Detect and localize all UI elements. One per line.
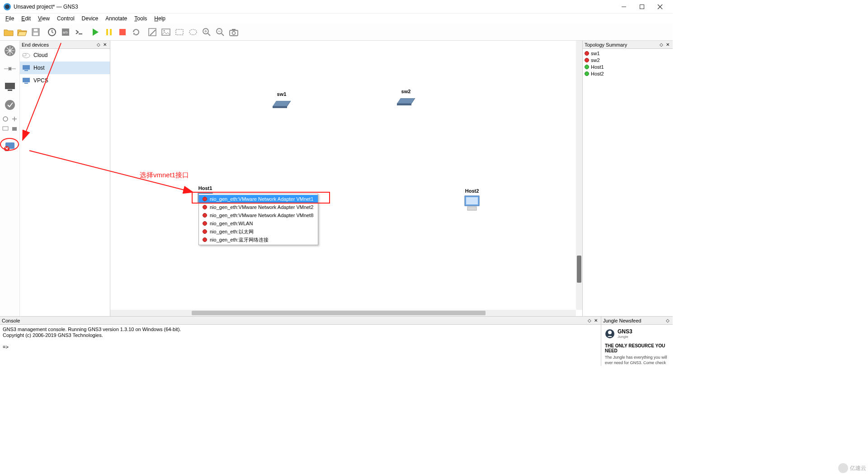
svg-rect-50	[467, 207, 476, 210]
device-item-vpcs[interactable]: VPCS	[20, 74, 110, 87]
draw-rectangle-button[interactable]	[173, 25, 186, 39]
menu-annotate[interactable]: Annotate	[102, 14, 131, 23]
device-label: Host	[33, 65, 45, 71]
ctx-item-bluetooth[interactable]: nio_gen_eth:蓝牙网络连接	[199, 236, 318, 244]
reload-all-button[interactable]	[129, 25, 143, 39]
insert-image-button[interactable]	[159, 25, 173, 39]
status-dot-icon	[585, 58, 589, 62]
status-dot-icon	[203, 221, 207, 226]
zoom-out-button[interactable]	[213, 25, 227, 39]
all-devices-2-button[interactable]	[10, 115, 19, 123]
node-sw1[interactable]: sw1	[271, 91, 292, 109]
jungle-brand-sub: Jungle	[618, 335, 632, 339]
scrollbar-thumb[interactable]	[577, 256, 581, 283]
node-label: Host1	[198, 185, 212, 191]
status-dot-icon	[203, 237, 207, 242]
jungle-logo: GNS3 Jungle	[605, 328, 669, 339]
menu-control[interactable]: Control	[53, 14, 78, 23]
svg-rect-40	[24, 70, 28, 71]
menu-tools[interactable]: Tools	[131, 14, 151, 23]
svg-point-31	[5, 100, 15, 110]
all-devices-3-button[interactable]	[1, 125, 9, 133]
node-label: Host2	[465, 188, 479, 194]
snapshot-button[interactable]	[45, 25, 59, 39]
ctx-item-vmnet2[interactable]: nio_gen_eth:VMware Network Adapter VMnet…	[199, 203, 318, 211]
switches-category-button[interactable]	[2, 61, 18, 77]
svg-rect-41	[23, 78, 30, 82]
start-all-button[interactable]	[89, 25, 102, 39]
open-project-button[interactable]	[15, 25, 29, 39]
security-devices-category-button[interactable]	[2, 97, 18, 113]
add-link-button[interactable]	[1, 139, 19, 153]
svg-rect-34	[12, 127, 17, 131]
topology-item-host1[interactable]: Host1	[585, 63, 671, 70]
ctx-label: nio_gen_eth:以太网	[210, 228, 254, 235]
topology-panel: Topology Summary ◇ ✕ sw1 sw2 Host1 Host2	[582, 41, 673, 316]
add-note-button[interactable]	[146, 25, 159, 39]
draw-ellipse-button[interactable]	[186, 25, 200, 39]
topology-list: sw1 sw2 Host1 Host2	[583, 49, 673, 316]
console-panel-close-button[interactable]: ✕	[593, 318, 599, 324]
devices-panel-title: End devices	[22, 42, 49, 47]
menu-device[interactable]: Device	[78, 14, 102, 23]
save-project-button[interactable]	[29, 25, 42, 39]
maximize-button[interactable]	[633, 0, 651, 13]
stop-all-button[interactable]	[116, 25, 129, 39]
svg-rect-27	[232, 29, 236, 30]
toolbar: a/b	[0, 24, 673, 41]
horizontal-scrollbar[interactable]	[110, 310, 576, 316]
topology-panel-close-button[interactable]: ✕	[665, 42, 671, 48]
svg-point-54	[608, 331, 612, 334]
canvas[interactable]: sw1 sw2 Host1 Host2 选择vmnet1接口 ni	[110, 41, 576, 310]
canvas-area[interactable]: sw1 sw2 Host1 Host2 选择vmnet1接口 ni	[110, 41, 582, 316]
vpcs-icon	[22, 77, 31, 84]
close-button[interactable]	[651, 0, 669, 13]
console-panel-float-button[interactable]: ◇	[586, 318, 593, 324]
topology-item-sw1[interactable]: sw1	[585, 50, 671, 57]
screenshot-button[interactable]	[227, 25, 241, 39]
topology-item-host2[interactable]: Host2	[585, 70, 671, 77]
jungle-panel-float-button[interactable]: ◇	[665, 318, 671, 324]
topology-item-sw2[interactable]: sw2	[585, 57, 671, 63]
all-devices-4-button[interactable]	[10, 125, 19, 133]
svg-rect-42	[24, 83, 28, 84]
vertical-scrollbar[interactable]	[576, 41, 582, 310]
menu-help[interactable]: Help	[151, 14, 169, 23]
status-dot-icon	[585, 51, 589, 56]
devices-panel-float-button[interactable]: ◇	[95, 42, 102, 48]
status-dot-icon	[585, 65, 589, 69]
node-sw2[interactable]: sw2	[395, 89, 417, 106]
minimize-button[interactable]	[615, 0, 633, 13]
ctx-item-vmnet1[interactable]: nio_gen_eth:VMware Network Adapter VMnet…	[199, 195, 318, 203]
svg-point-17	[189, 29, 197, 35]
svg-rect-11	[110, 29, 112, 35]
new-project-button[interactable]	[2, 25, 15, 39]
device-item-host[interactable]: Host	[20, 62, 110, 74]
all-devices-1-button[interactable]	[1, 115, 9, 123]
jungle-text: The Jungle has everything you will ever …	[605, 355, 669, 366]
ctx-item-ethernet[interactable]: nio_gen_eth:以太网	[199, 228, 318, 236]
console-button[interactable]	[72, 25, 86, 39]
ctx-item-wlan[interactable]: nio_gen_eth:WLAN	[199, 219, 318, 228]
devices-list: Cloud Host VPCS	[20, 49, 110, 316]
menu-file[interactable]: File	[2, 14, 18, 23]
pause-all-button[interactable]	[102, 25, 116, 39]
scrollbar-thumb[interactable]	[192, 311, 486, 315]
svg-line-23	[222, 33, 224, 36]
topology-panel-float-button[interactable]: ◇	[658, 42, 665, 48]
devices-panel-close-button[interactable]: ✕	[102, 42, 108, 48]
status-dot-icon	[203, 205, 207, 209]
zoom-in-button[interactable]	[200, 25, 213, 39]
svg-line-19	[208, 33, 210, 36]
svg-rect-12	[119, 29, 126, 35]
node-host2[interactable]: Host2	[463, 188, 481, 211]
ctx-item-vmnet8[interactable]: nio_gen_eth:VMware Network Adapter VMnet…	[199, 211, 318, 219]
device-item-cloud[interactable]: Cloud	[20, 49, 110, 62]
menu-edit[interactable]: Edit	[18, 14, 34, 23]
routers-category-button[interactable]	[2, 43, 18, 59]
menu-view[interactable]: View	[34, 14, 53, 23]
menubar: File Edit View Control Device Annotate T…	[0, 14, 673, 24]
show-interface-labels-button[interactable]: a/b	[59, 25, 72, 39]
end-devices-category-button[interactable]	[2, 79, 18, 95]
console-output[interactable]: GNS3 management console. Running GNS3 ve…	[0, 325, 601, 366]
